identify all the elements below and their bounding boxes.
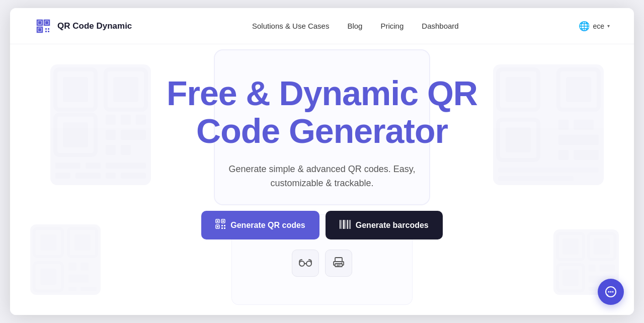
svg-point-93 <box>612 291 614 293</box>
svg-rect-4 <box>48 28 49 30</box>
svg-rect-73 <box>224 225 225 226</box>
logo-icon <box>34 17 52 35</box>
svg-rect-74 <box>221 227 223 229</box>
svg-point-92 <box>610 291 612 293</box>
print-button[interactable] <box>325 250 352 277</box>
svg-rect-80 <box>347 220 348 229</box>
generate-barcode-button[interactable]: Generate barcodes <box>326 211 443 239</box>
hero-subtitle: Generate simple & advanced QR codes. Eas… <box>34 162 610 191</box>
globe-icon: 🌐 <box>579 21 590 32</box>
svg-rect-71 <box>217 226 218 227</box>
dropdown-arrow-icon: ▾ <box>607 23 610 29</box>
nav-right: 🌐 ece ▾ <box>579 21 610 32</box>
nav-pricing[interactable]: Pricing <box>380 22 404 30</box>
chat-widget[interactable] <box>598 279 624 305</box>
hero-content: Free & Dynamic QR Code Generator Generat… <box>34 74 610 277</box>
svg-rect-79 <box>346 220 346 229</box>
svg-rect-72 <box>221 225 223 226</box>
logo[interactable]: QR Code Dynamic <box>34 17 132 35</box>
svg-rect-2 <box>38 28 41 31</box>
nav-blog[interactable]: Blog <box>347 22 362 30</box>
hero-title: Free & Dynamic QR Code Generator <box>34 74 610 150</box>
hero-section: Free & Dynamic QR Code Generator Generat… <box>10 44 634 315</box>
glasses-button[interactable] <box>292 250 319 277</box>
generate-qr-label: Generate QR codes <box>230 221 305 230</box>
nav-dashboard[interactable]: Dashboard <box>422 22 458 30</box>
svg-rect-87 <box>337 265 341 266</box>
svg-point-83 <box>299 261 304 266</box>
svg-rect-52 <box>68 287 76 291</box>
qr-icon <box>215 219 225 231</box>
logo-text: QR Code Dynamic <box>57 21 132 31</box>
hero-title-line2: Code Generator <box>196 112 448 150</box>
lang-code: ece <box>593 22 604 30</box>
svg-rect-85 <box>335 258 342 262</box>
svg-rect-78 <box>343 220 345 229</box>
svg-rect-0 <box>38 21 41 24</box>
generate-barcode-label: Generate barcodes <box>356 221 429 230</box>
svg-rect-67 <box>217 220 218 222</box>
svg-point-84 <box>306 261 311 266</box>
svg-rect-69 <box>222 220 224 222</box>
glasses-icon <box>299 258 312 269</box>
lang-selector[interactable]: 🌐 ece ▾ <box>579 21 610 32</box>
svg-rect-76 <box>340 220 341 229</box>
svg-rect-88 <box>337 266 339 267</box>
generate-qr-button[interactable]: Generate QR codes <box>201 211 319 239</box>
svg-rect-82 <box>350 220 351 229</box>
nav-links: Solutions & Use Cases Blog Pricing Dashb… <box>252 22 459 30</box>
hero-title-line1: Free & Dynamic QR <box>167 74 477 112</box>
nav-solutions[interactable]: Solutions & Use Cases <box>252 22 329 30</box>
hero-buttons: Generate QR codes <box>34 211 610 239</box>
svg-point-91 <box>608 291 610 293</box>
svg-rect-1 <box>45 21 48 24</box>
svg-rect-6 <box>48 31 49 32</box>
svg-rect-77 <box>342 220 342 229</box>
svg-rect-81 <box>349 220 350 229</box>
navbar: QR Code Dynamic Solutions & Use Cases Bl… <box>10 8 634 44</box>
barcode-icon <box>340 220 351 231</box>
svg-point-89 <box>342 262 343 263</box>
chat-icon <box>604 285 617 298</box>
print-icon <box>333 257 344 270</box>
extra-buttons <box>34 250 610 277</box>
svg-rect-75 <box>224 227 225 229</box>
browser-window: QR Code Dynamic Solutions & Use Cases Bl… <box>10 8 634 315</box>
svg-rect-53 <box>80 287 97 291</box>
svg-rect-3 <box>45 28 47 30</box>
svg-rect-5 <box>45 31 47 32</box>
